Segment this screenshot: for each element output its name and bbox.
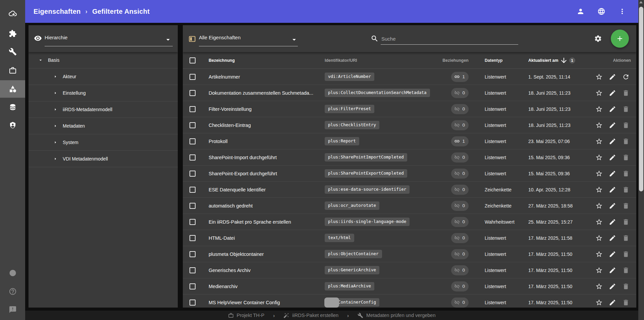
rail-item-feedback-icon[interactable]: [0, 301, 25, 318]
account-button[interactable]: [574, 5, 587, 18]
favorite-button[interactable]: [594, 265, 604, 275]
tree-collapse-icon[interactable]: [53, 140, 58, 145]
restore-button[interactable]: [621, 72, 631, 82]
filter-select[interactable]: Alle Eigenschaften: [199, 35, 240, 40]
window-scrollbar[interactable]: [638, 0, 644, 320]
breadcrumb-section[interactable]: Eigenschaften: [34, 8, 81, 15]
delete-button[interactable]: [621, 217, 631, 227]
delete-button[interactable]: [621, 298, 631, 308]
tree-collapse-icon[interactable]: [53, 123, 58, 129]
tree-node-iirds-metadatenmodell[interactable]: iiRDS-Metadatenmodell: [29, 101, 178, 118]
row-checkbox[interactable]: [190, 203, 196, 209]
delete-button[interactable]: [621, 104, 631, 114]
relations-pill[interactable]: 1: [451, 72, 469, 82]
relations-pill[interactable]: 0: [451, 120, 469, 130]
tree-node-einstellung[interactable]: Einstellung: [29, 85, 178, 101]
favorite-button[interactable]: [594, 185, 604, 195]
relations-pill[interactable]: 0: [451, 298, 469, 308]
delete-button[interactable]: [621, 185, 631, 195]
favorite-button[interactable]: [594, 152, 604, 163]
favorite-button[interactable]: [594, 217, 604, 227]
edit-button[interactable]: [607, 249, 618, 259]
rail-item-projects-briefcase-icon[interactable]: [0, 62, 25, 79]
row-checkbox[interactable]: [190, 106, 196, 112]
row-checkbox[interactable]: [190, 122, 196, 128]
delete-button[interactable]: [621, 88, 631, 98]
favorite-button[interactable]: [594, 298, 604, 308]
rail-item-tools-wrench-icon[interactable]: [0, 43, 25, 60]
tree-node-akteur[interactable]: Akteur: [29, 68, 178, 85]
edit-button[interactable]: [607, 281, 618, 291]
column-header-datentyp[interactable]: Datentyp: [469, 58, 528, 63]
more-options-button[interactable]: [615, 5, 629, 18]
favorite-button[interactable]: [594, 104, 604, 114]
chevron-down-icon[interactable]: [290, 36, 298, 44]
column-header-beziehungen[interactable]: Beziehungen: [432, 58, 469, 63]
delete-button[interactable]: [621, 169, 631, 179]
edit-button[interactable]: [607, 233, 618, 243]
edit-button[interactable]: [607, 152, 618, 163]
row-checkbox[interactable]: [190, 283, 196, 289]
row-checkbox[interactable]: [190, 74, 196, 80]
edit-button[interactable]: [607, 298, 618, 308]
edit-button[interactable]: [607, 120, 618, 130]
row-checkbox[interactable]: [190, 219, 196, 225]
favorite-button[interactable]: [594, 72, 604, 82]
row-checkbox[interactable]: [190, 187, 196, 193]
rail-item-admin-shield-person-icon[interactable]: [0, 117, 25, 134]
tree-node-vdi-metadatenmodell[interactable]: VDI Metadatenmodell: [29, 151, 178, 167]
relations-pill[interactable]: 0: [451, 265, 469, 275]
edit-button[interactable]: [607, 136, 618, 146]
edit-button[interactable]: [607, 201, 618, 211]
favorite-button[interactable]: [594, 88, 604, 98]
delete-button[interactable]: [621, 136, 631, 146]
tree-collapse-icon[interactable]: [53, 107, 58, 112]
workflow-step-2[interactable]: iiRDS-Paket erstellen: [283, 313, 338, 318]
favorite-button[interactable]: [594, 233, 604, 243]
delete-button[interactable]: [621, 120, 631, 130]
edit-button[interactable]: [607, 104, 618, 114]
tree-node-basis[interactable]: Basis: [29, 52, 178, 68]
relations-pill[interactable]: 0: [451, 104, 469, 114]
tree-expand-icon[interactable]: [38, 57, 43, 63]
row-checkbox[interactable]: [190, 138, 196, 144]
favorite-button[interactable]: [594, 169, 604, 179]
row-checkbox[interactable]: [190, 154, 196, 161]
rail-item-help-icon[interactable]: [0, 283, 25, 300]
relations-pill[interactable]: 0: [451, 281, 469, 291]
delete-button[interactable]: [621, 281, 631, 291]
relations-pill[interactable]: 0: [451, 201, 469, 211]
column-header-aktualisiert-am[interactable]: Aktualisiert am 1: [528, 56, 589, 64]
tree-collapse-icon[interactable]: [53, 90, 58, 96]
scrollbar-up-arrow[interactable]: [639, 1, 643, 3]
rail-item-properties-shapes-icon[interactable]: [0, 80, 25, 98]
delete-button[interactable]: [621, 249, 631, 259]
delete-button[interactable]: [621, 265, 631, 275]
relations-pill[interactable]: 1: [451, 136, 469, 146]
favorite-button[interactable]: [594, 281, 604, 291]
relations-pill[interactable]: 0: [451, 88, 469, 98]
row-checkbox[interactable]: [190, 90, 196, 96]
favorite-button[interactable]: [594, 120, 604, 130]
delete-button[interactable]: [621, 201, 631, 211]
language-button[interactable]: [595, 5, 608, 18]
plusmeta-logo-cloud-add-icon[interactable]: [0, 5, 25, 22]
favorite-button[interactable]: [594, 201, 604, 211]
select-all-checkbox[interactable]: [190, 57, 196, 63]
relations-pill[interactable]: 0: [451, 169, 469, 179]
table-settings-button[interactable]: [591, 32, 605, 45]
edit-button[interactable]: [607, 217, 618, 227]
column-header-bezeichnung[interactable]: Bezeichnung: [209, 58, 325, 63]
delete-button[interactable]: [621, 152, 631, 163]
view-select[interactable]: Hierarchie: [45, 35, 67, 40]
tree-collapse-icon[interactable]: [53, 156, 58, 162]
rail-item-support-lifebuoy-icon[interactable]: [0, 264, 25, 282]
tree-node-system[interactable]: System: [29, 134, 178, 151]
scroll-handle[interactable]: [324, 298, 339, 308]
relations-pill[interactable]: 0: [451, 185, 469, 195]
add-property-button[interactable]: [611, 30, 629, 48]
scrollbar-thumb[interactable]: [639, 7, 643, 191]
tree-collapse-icon[interactable]: [53, 74, 58, 79]
rail-item-data-database-icon[interactable]: [0, 98, 25, 116]
favorite-button[interactable]: [594, 249, 604, 259]
